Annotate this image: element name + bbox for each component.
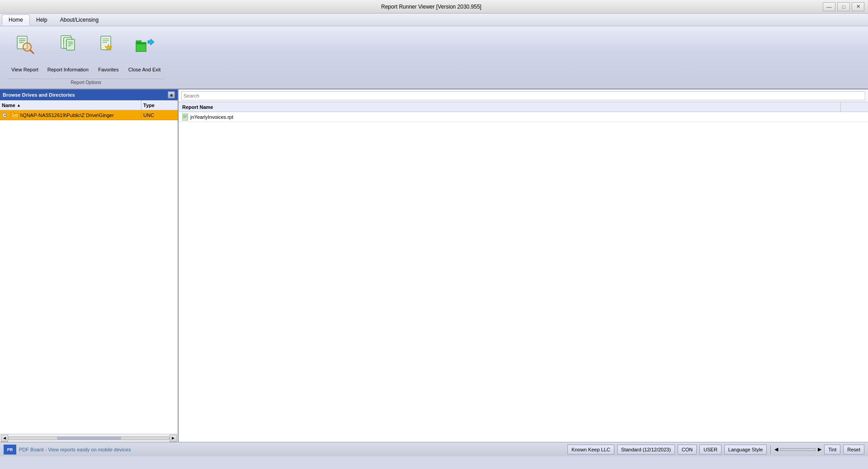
tint-minus-icon: ◀ [774,446,778,452]
language-style-button[interactable]: Language Style [724,445,767,455]
status-bar: PB PDF Board - View reports easily on mo… [0,442,868,456]
tree-row-label: \\QNAP-NAS512619\Public\Z Drive\Ginger [20,113,114,118]
report-row[interactable]: jnYearlyInvoices.rpt [179,112,868,122]
tint-plus-icon: ▶ [818,446,821,452]
known-keep-llc-button[interactable]: Known Keep LLC [567,445,614,455]
menu-bar: Home Help About/Licensing [0,14,868,26]
scrollbar-track[interactable] [8,436,170,440]
report-information-label: Report Information [47,66,89,73]
right-panel: Report Name jnYearlyInvoices.rpt [179,89,868,442]
report-information-button[interactable]: Report Information [43,31,93,76]
user-button[interactable]: USER [699,445,722,455]
close-button[interactable]: ✕ [852,2,864,11]
report-information-icon [57,34,79,56]
panel-collapse-button[interactable]: ■ [168,91,175,98]
close-exit-button[interactable]: Close And Exit [124,31,165,76]
sort-indicator: ▲ [17,103,21,108]
window-controls: — □ ✕ [823,2,864,11]
title-bar: Report Runner Viewer [Version 2030.955] … [0,0,868,14]
favorites-icon [98,34,119,56]
left-panel-header: Browse Drives and Directories ■ [0,89,178,100]
report-row-label: jnYearlyInvoices.rpt [190,114,233,120]
rpt-file-icon [182,113,189,121]
report-row-name: jnYearlyInvoices.rpt [179,113,841,121]
left-panel-title: Browse Drives and Directories [3,92,75,98]
ribbon: View Report [0,26,868,89]
svg-point-5 [24,44,30,50]
tree-col-name-header[interactable]: Name ▲ [0,100,142,110]
svg-line-6 [30,50,33,53]
report-col-extra-header [841,102,868,112]
view-report-label: View Report [11,66,38,73]
ribbon-group-report-options: View Report [4,28,168,87]
standard-button[interactable]: Standard (12/12/2023) [617,445,675,455]
main-area: Browse Drives and Directories ■ Name ▲ T… [0,89,868,442]
tint-label[interactable]: Tint [824,445,840,455]
svg-rect-17 [66,39,75,50]
menu-item-help[interactable]: Help [30,15,54,25]
report-list-header: Report Name [179,102,868,112]
ribbon-section-label: Report Options [7,79,165,86]
close-exit-icon [134,34,156,56]
menu-item-home[interactable]: Home [2,14,30,25]
report-list: jnYearlyInvoices.rpt [179,112,868,122]
svg-marker-26 [148,39,154,45]
slider-track[interactable] [780,448,816,451]
horizontal-scrollbar: ◀ ▶ [0,434,178,442]
scroll-right-button[interactable]: ▶ [170,435,177,442]
reset-button[interactable]: Reset [843,445,864,455]
tree-col-type-header[interactable]: Type [142,100,178,110]
folder-icon [11,112,18,118]
report-col-name-header: Report Name [179,102,841,112]
favorites-label: Favorites [98,66,118,73]
close-exit-label: Close And Exit [128,66,161,73]
file-tree: Name ▲ Type \\QNAP-NAS512619\Public\Z Dr… [0,100,178,434]
search-input[interactable] [181,91,865,100]
favorites-button[interactable]: Favorites [94,31,123,76]
con-button[interactable]: CON [678,445,697,455]
tree-row[interactable]: \\QNAP-NAS512619\Public\Z Drive\Ginger U… [0,110,178,120]
view-report-icon [14,34,36,56]
status-text: PDF Board - View reports easily on mobil… [19,447,131,452]
restore-button[interactable]: □ [837,2,850,11]
left-panel: Browse Drives and Directories ■ Name ▲ T… [0,89,179,442]
tree-row-type: UNC [142,113,178,118]
tree-header: Name ▲ Type [0,100,178,110]
scroll-left-button[interactable]: ◀ [1,435,8,442]
tree-row-name: \\QNAP-NAS512619\Public\Z Drive\Ginger [0,112,142,118]
view-report-button[interactable]: View Report [7,31,42,76]
minimize-button[interactable]: — [823,2,835,11]
menu-item-about[interactable]: About/Licensing [54,15,105,25]
status-divider [770,445,771,454]
ribbon-buttons: View Report [7,29,165,78]
expand-icon [2,112,9,118]
window-title: Report Runner Viewer [Version 2030.955] [40,4,823,10]
status-logo: PB [4,445,16,455]
tint-slider: ◀ ▶ [774,446,821,452]
search-bar [179,89,868,102]
